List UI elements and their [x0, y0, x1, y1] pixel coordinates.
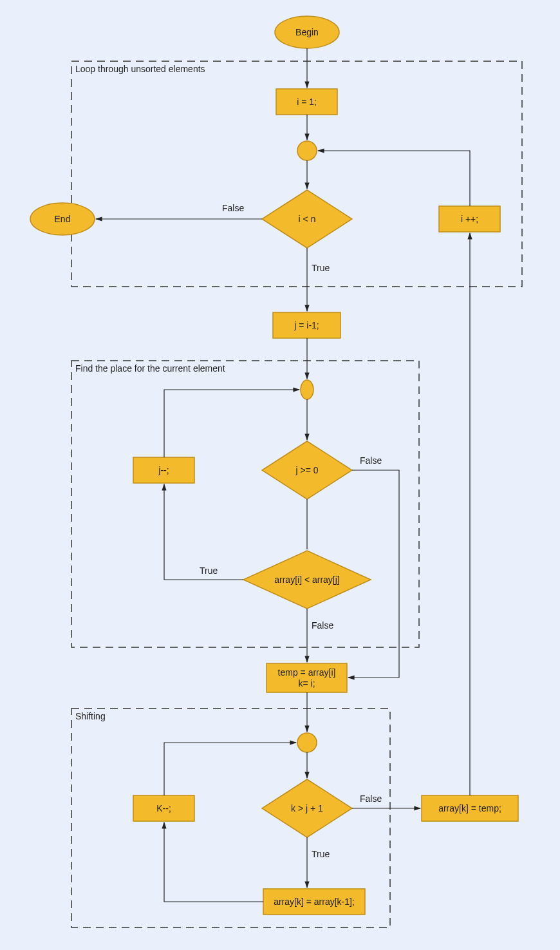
node-k-dec: K--; [133, 795, 194, 821]
group-label-3: Shifting [75, 711, 106, 721]
node-begin: Begin [275, 23, 339, 42]
node-end: End [30, 209, 95, 229]
group-label-1: Loop through unsorted elements [75, 64, 205, 74]
label-arrcond-false: False [312, 620, 333, 631]
node-i-cond: i < n [262, 205, 352, 233]
flowchart-canvas: Begin End i = 1; i < n i ++; j = i-1; j … [0, 0, 560, 950]
node-i-inc: i ++; [439, 206, 500, 232]
node-k-cond: k > j + 1 [262, 794, 352, 822]
node-j-init: j = i-1; [273, 312, 341, 338]
label-kcond-false: False [360, 793, 382, 804]
node-arr-assign: array[k] = temp; [422, 795, 518, 821]
node-i-init: i = 1; [276, 89, 337, 115]
svg-rect-1 [71, 361, 419, 647]
svg-point-15 [297, 733, 317, 752]
svg-point-6 [297, 141, 317, 160]
label-arrcond-true: True [200, 565, 218, 576]
node-j-cond: j >= 0 [262, 456, 352, 484]
label-icond-false: False [222, 203, 244, 213]
node-temp: temp = array[i] k= i; [266, 663, 347, 692]
label-jcond-false: False [360, 455, 382, 466]
node-arr-cond: array[i] < array[j] [243, 565, 371, 594]
node-j-dec: j--; [133, 457, 194, 483]
group-label-2: Find the place for the current element [75, 363, 225, 374]
label-kcond-true: True [312, 849, 330, 859]
node-arr-shift: array[k] = array[k-1]; [263, 889, 365, 915]
svg-point-10 [301, 380, 313, 399]
label-icond-true: True [312, 263, 330, 273]
